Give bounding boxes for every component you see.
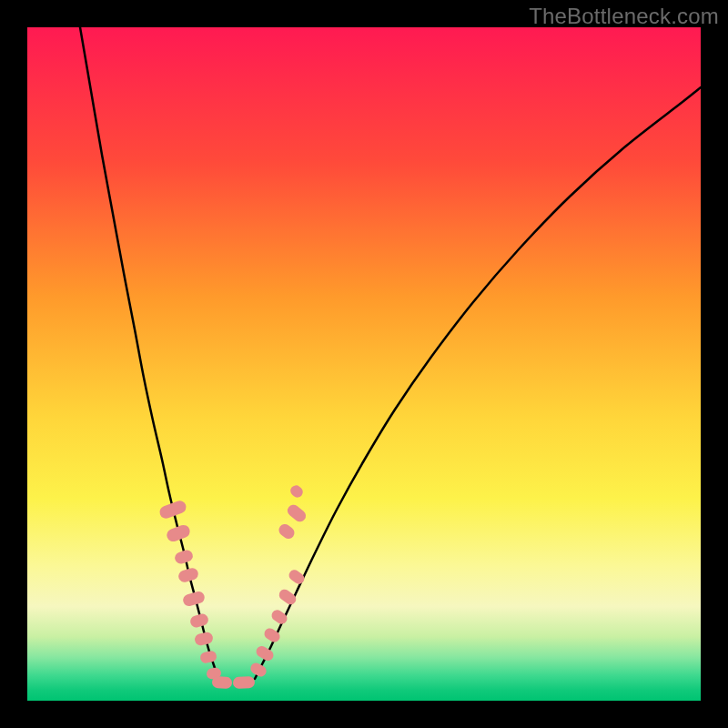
marker-capsule [248,661,268,678]
marker-capsule [288,483,305,500]
outer-frame: TheBottleneck.com [0,0,728,728]
marker-capsule [212,676,233,689]
marker-capsule [189,612,210,629]
marker-group [158,483,308,689]
marker-capsule [173,549,194,566]
watermark-text: TheBottleneck.com [529,4,719,29]
marker-capsule [233,676,256,689]
marker-capsule [177,567,200,584]
marker-capsule [182,590,207,607]
chart-svg [27,27,701,701]
left-branch-curve [80,27,218,679]
marker-capsule [277,587,298,606]
marker-capsule [158,499,188,520]
marker-capsule [287,568,307,586]
plot-area [27,27,701,701]
marker-capsule [277,521,297,541]
marker-capsule [285,502,308,524]
marker-capsule [194,631,214,646]
marker-capsule [269,608,289,626]
marker-capsule [199,650,217,663]
right-branch-curve [255,87,701,679]
